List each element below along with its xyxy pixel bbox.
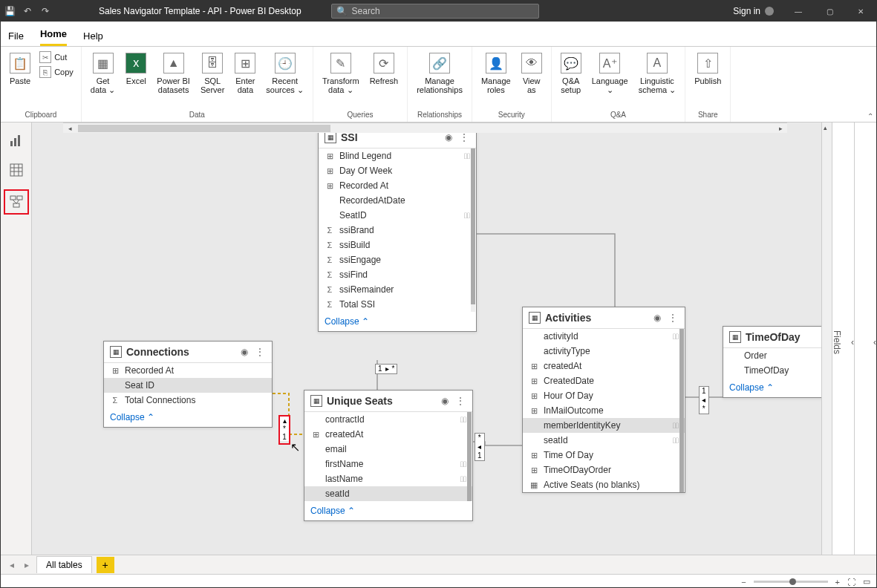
table-field[interactable]: ⊞createdAt [304,427,472,442]
table-field[interactable]: seatId [304,486,472,501]
linguistic-schema-button[interactable]: ALinguistic schema ⌄ [634,50,681,98]
canvas-hscroll[interactable]: ◂▸ [63,122,787,133]
redo-icon[interactable]: ↷ [39,5,51,17]
recent-sources-button[interactable]: 🕘Recent sources ⌄ [261,50,308,98]
save-icon[interactable]: 💾 [4,5,16,17]
report-view-icon[interactable] [6,130,27,151]
add-page-button[interactable]: + [97,557,114,573]
table-field[interactable]: Order [723,348,830,363]
table-field[interactable]: ⊞TimeOfDayOrder [523,463,685,477]
table-field[interactable]: RecordedAtDate [319,193,476,208]
tab-nav-next[interactable]: ▸ [22,560,32,570]
table-field[interactable]: ⊞createdAt [523,359,685,373]
transform-data-button[interactable]: ✎Transform data ⌄ [318,50,364,98]
manage-roles-button[interactable]: 👤Manage roles [477,50,515,97]
sign-in[interactable]: Sign in [724,6,783,16]
paste-button[interactable]: 📋Paste [5,50,35,88]
relation-badge[interactable]: 1▸* [375,364,397,374]
table-field[interactable]: contractId👁̸ [304,412,472,427]
table-field[interactable]: ΣssiEngage [319,252,476,267]
cut-button[interactable]: ✂Cut [36,50,76,65]
table-unique-seats[interactable]: ▦Unique Seats◉⋮ contractId👁̸⊞createdAtem… [304,390,473,521]
view-as-button[interactable]: 👁View as [517,50,547,97]
collapse-ribbon-icon[interactable]: ⌃ [867,112,873,120]
table-field[interactable]: ΣTotal SSI [319,297,476,312]
model-canvas[interactable]: 1▸* *◂1 1◂* ▴*1 ↖ ▦SSI◉⋮ ⊞Blind Legend👁̸… [32,122,832,555]
table-field[interactable]: seatId👁̸ [523,433,685,448]
zoom-in-button[interactable]: + [835,578,840,587]
page-tab-all-tables[interactable]: All tables [36,556,92,573]
minimize-button[interactable]: — [783,1,814,22]
table-field[interactable]: TimeOfDay [723,363,830,378]
canvas-scrollbar[interactable]: ▴ [821,122,832,555]
table-field[interactable]: SeatID👁̸ [319,208,476,223]
tab-file[interactable]: File [8,30,24,46]
table-field[interactable]: ⊞Blind Legend👁̸ [319,148,476,163]
table-field[interactable]: ⊞CreatedDate [523,373,685,388]
fields-panel-tab[interactable]: Fields [830,324,844,360]
more-icon[interactable]: ⋮ [667,313,679,323]
relation-badge[interactable]: 1◂* [699,386,709,414]
sql-server-button[interactable]: 🗄SQL Server [196,50,229,97]
table-field[interactable]: ΣssiBuild [319,238,476,252]
table-field[interactable]: ▦Active Seats (no blanks) [523,477,685,492]
table-ssi[interactable]: ▦SSI◉⋮ ⊞Blind Legend👁̸⊞Day Of Week⊞Recor… [318,126,477,332]
table-field[interactable]: ΣssiFind [319,267,476,282]
table-connections[interactable]: ▦Connections◉⋮ ⊞Recorded AtSeat IDΣTotal… [103,341,273,428]
excel-button[interactable]: xExcel [121,50,151,88]
fullscreen-icon[interactable]: ▭ [863,577,870,587]
visibility-icon[interactable]: ◉ [652,313,662,323]
close-button[interactable]: ✕ [845,1,876,22]
zoom-out-button[interactable]: − [741,578,746,587]
collapse-link[interactable]: Collapse ⌃ [319,312,476,331]
table-field[interactable]: activityType [523,344,685,359]
enter-data-button[interactable]: ⊞Enter data [230,50,260,97]
publish-button[interactable]: ⇧Publish [690,50,726,88]
zoom-slider[interactable] [754,581,828,583]
visibility-icon[interactable]: ◉ [239,347,250,357]
table-field[interactable]: ⊞InMailOutcome [523,403,685,418]
table-field[interactable]: ⊞Recorded At [319,178,476,193]
more-icon[interactable]: ⋮ [454,396,466,406]
table-field[interactable]: ΣTotal Connections [104,393,272,408]
table-timeofday[interactable]: ▦TimeOfDay OrderTimeOfDay Collapse ⌃ [723,326,831,398]
table-activities[interactable]: ▦Activities◉⋮ activityId👁̸activityType⊞c… [522,307,685,493]
language-button[interactable]: A⁺Language ⌄ [587,50,633,98]
visibility-icon[interactable]: ◉ [440,396,450,406]
table-field[interactable]: firstName👁̸ [304,457,472,471]
collapse-link[interactable]: Collapse ⌃ [304,501,472,520]
table-field[interactable]: ⊞Time Of Day [523,448,685,463]
qa-setup-button[interactable]: 💬Q&A setup [556,50,586,97]
table-field[interactable]: ΣssiRemainder [319,282,476,297]
table-field[interactable]: Seat ID [104,378,272,393]
more-icon[interactable]: ⋮ [254,347,266,357]
collapse-link[interactable]: Collapse ⌃ [104,408,272,427]
tab-home[interactable]: Home [40,28,67,46]
relation-badge[interactable]: *◂1 [475,433,485,461]
data-view-icon[interactable] [6,160,27,180]
maximize-button[interactable]: ▢ [814,1,845,22]
chevron-left-icon[interactable]: ‹ [873,337,876,347]
get-data-button[interactable]: ▦Get data ⌄ [86,50,120,98]
table-field[interactable]: activityId👁̸ [523,329,685,344]
visibility-icon[interactable]: ◉ [443,132,454,143]
search-box[interactable]: 🔍 Search [331,4,539,19]
tab-help[interactable]: Help [83,30,103,46]
manage-relationships-button[interactable]: 🔗Manage relationships [412,50,467,97]
pbi-datasets-button[interactable]: ▲Power BI datasets [152,50,195,97]
model-view-icon[interactable] [4,189,29,215]
refresh-button[interactable]: ⟳Refresh [365,50,403,88]
relation-badge-highlighted[interactable]: ▴*1 [278,415,290,445]
table-field[interactable]: ⊞Recorded At [104,363,272,378]
table-field[interactable]: email [304,442,472,457]
undo-icon[interactable]: ↶ [22,5,33,17]
fit-page-icon[interactable]: ⛶ [847,578,855,587]
table-field[interactable]: ⊞Day Of Week [319,163,476,178]
collapse-link[interactable]: Collapse ⌃ [723,378,830,397]
tab-nav-prev[interactable]: ◂ [7,560,17,570]
table-field[interactable]: lastName👁̸ [304,471,472,486]
table-field[interactable]: ⊞Hour Of Day [523,388,685,403]
copy-button[interactable]: ⎘Copy [36,65,76,79]
table-field[interactable]: memberIdentityKey👁̸ [523,418,685,433]
table-field[interactable]: ΣssiBrand [319,223,476,238]
